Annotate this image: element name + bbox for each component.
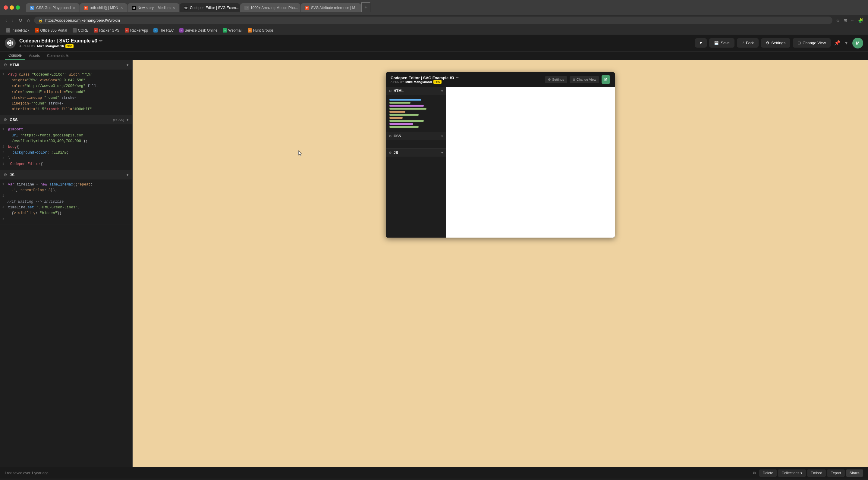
pin-button[interactable]: 📌 <box>833 39 841 47</box>
embed-settings-button[interactable]: ⚙ Settings <box>545 76 567 83</box>
code-lines-visualization <box>388 97 444 130</box>
collections-button[interactable]: Collections ▾ <box>778 470 806 477</box>
code-line: -1, repeatDelay: 3}); <box>0 187 132 193</box>
tab-close-nth-child[interactable]: ✕ <box>120 6 123 10</box>
assets-tab[interactable]: Assets <box>25 52 43 60</box>
address-bar[interactable]: 🔒 https://codepen.io/mikemang/pen/JWwbxm <box>34 16 832 24</box>
open-in-new-tab-icon[interactable]: ⧉ <box>753 471 755 476</box>
edit-title-icon[interactable]: ✏ <box>99 39 102 43</box>
css-code-area[interactable]: 1 @import url('https://fonts.googleapis.… <box>0 124 132 170</box>
embed-actions: ⚙ Settings ⊞ Change View M <box>545 75 610 84</box>
embed-css-panel-content <box>386 140 446 148</box>
bookmarks-bar: I InsideRack O Office 365 Portal C CORE … <box>0 26 868 35</box>
js-code-area[interactable]: 1 var timeline = new TimelineMax({repeat… <box>0 179 132 225</box>
tab-css-grid[interactable]: G CSS Grid Playground ✕ <box>26 3 80 12</box>
embed-edit-icon[interactable]: ✏ <box>456 76 458 80</box>
bookmark-racker-gps[interactable]: R Racker GPS <box>91 27 122 33</box>
delete-button[interactable]: Delete <box>759 470 777 477</box>
codepen-subtitle: A PEN BY Mike Mangialardi PRO <box>19 44 695 48</box>
tab-close-css-grid[interactable]: ✕ <box>73 6 75 10</box>
export-button[interactable]: Export <box>827 470 845 477</box>
minimize-window-button[interactable] <box>10 5 14 10</box>
bookmarks-button[interactable]: ☆ <box>835 17 841 24</box>
bookmark-service-desk[interactable]: S Service Desk Online <box>177 27 220 33</box>
tab-label-nth-child: :nth-child() | MDN <box>90 6 119 10</box>
embed-css-toggle[interactable]: ▾ <box>441 134 443 138</box>
save-button[interactable]: 💾 Save <box>709 38 735 47</box>
nav-arrows: ‹ › ↻ ⌂ <box>4 17 32 24</box>
refresh-button[interactable]: ↻ <box>17 17 24 24</box>
bookmark-rackerapp[interactable]: R RackerApp <box>122 27 150 33</box>
comments-tab[interactable]: Comments ⌘ <box>43 52 72 60</box>
collections-dropdown-icon[interactable]: ▾ <box>801 471 802 475</box>
console-tab[interactable]: Console <box>5 52 25 60</box>
code-bar <box>390 102 410 104</box>
code-line: /css?family=Lato:300,400,700,900'); <box>0 139 132 144</box>
embed-button[interactable]: Embed <box>807 470 826 477</box>
css-gear-icon[interactable]: ⚙ <box>4 117 7 122</box>
tab-motion[interactable]: P 1000+ Amazing Motion Pho… ✕ <box>240 3 301 12</box>
author-name[interactable]: Mike Mangialardi <box>37 44 64 48</box>
code-bar <box>390 120 424 122</box>
embed-change-view-button[interactable]: ⊞ Change View <box>569 76 599 83</box>
share-button[interactable]: Share <box>846 470 863 477</box>
user-avatar[interactable]: M <box>852 38 863 48</box>
tab-close-new-story[interactable]: ✕ <box>173 6 175 10</box>
css-panel-toggle[interactable]: ▾ <box>127 117 129 122</box>
bookmark-icon-core: C <box>73 28 77 33</box>
tab-favicon-css-grid: G <box>30 6 34 10</box>
tab-codepen[interactable]: Codepen Editor | SVG Exam… ✕ <box>180 3 240 12</box>
bookmark-core[interactable]: C CORE <box>70 27 91 33</box>
embed-html-panel-content <box>386 95 446 132</box>
js-gear-icon[interactable]: ⚙ <box>4 173 7 177</box>
codepen-app: Codepen Editor | SVG Example #3 ✏ A PEN … <box>0 35 868 479</box>
tab-svg-attr[interactable]: M SVG Attribute reference | M… ✕ <box>301 3 361 12</box>
embed-header: Codepen Editor | SVG Example #3 ✏ A PEN … <box>386 72 615 87</box>
forward-button[interactable]: › <box>10 17 15 24</box>
code-line: 1 <svg class="Codepen-Editor" width="75%… <box>0 72 132 78</box>
chevron-down-button[interactable]: ▾ <box>844 39 849 47</box>
tab-close-motion[interactable]: ✕ <box>300 6 301 10</box>
maximize-window-button[interactable] <box>16 5 20 10</box>
heart-button[interactable]: ♥ <box>695 38 707 47</box>
bookmark-label-rackerapp: RackerApp <box>130 28 148 33</box>
settings-button[interactable]: ⚙ Settings <box>761 38 790 47</box>
tab-nth-child[interactable]: M :nth-child() | MDN ✕ <box>80 3 127 12</box>
sidebar-toggle-button[interactable]: ⊞ <box>842 17 848 24</box>
tab-new-story[interactable]: M New story – Medium ✕ <box>127 3 179 12</box>
bookmark-insiderack[interactable]: I InsideRack <box>4 27 32 33</box>
code-line: {visibility: "hidden"}) <box>0 210 132 216</box>
code-line: stroke-linecap="round" stroke- <box>0 95 132 101</box>
tab-close-svg-attr[interactable]: ✕ <box>361 6 361 10</box>
change-view-button[interactable]: ⊞ Change View <box>793 38 831 47</box>
bookmark-webmail[interactable]: W Webmail <box>220 27 244 33</box>
heart-icon: ♥ <box>700 41 702 45</box>
more-options-button[interactable]: ··· <box>849 17 856 24</box>
html-panel-toggle[interactable]: ▾ <box>127 63 129 67</box>
html-gear-icon[interactable]: ⚙ <box>4 63 7 67</box>
fork-button[interactable]: ⑂ Fork <box>737 38 758 47</box>
embed-html-toggle[interactable]: ▾ <box>441 89 443 93</box>
embed-css-panel: ⚙ CSS ▾ <box>386 132 446 149</box>
code-line: 1 @import <box>0 127 132 133</box>
new-tab-button[interactable]: + <box>361 2 371 12</box>
html-code-area[interactable]: 1 <svg class="Codepen-Editor" width="75%… <box>0 70 132 115</box>
tab-label-motion: 1000+ Amazing Motion Pho… <box>250 6 299 10</box>
embed-js-toggle[interactable]: ▾ <box>441 151 443 155</box>
bookmark-hunt-groups[interactable]: H Hunt Groups <box>245 27 276 33</box>
tab-favicon-svg-attr: M <box>305 6 309 10</box>
bookmark-the-rec[interactable]: T The REC <box>151 27 176 33</box>
last-saved-text: Last saved over 1 year ago <box>5 471 748 475</box>
browser-chrome: G CSS Grid Playground ✕ M :nth-child() |… <box>0 0 868 35</box>
home-button[interactable]: ⌂ <box>25 17 32 24</box>
embed-js-panel-header: ⚙ JS ▾ <box>386 149 446 157</box>
embed-js-panel-title: JS <box>394 150 439 155</box>
embed-settings-label: Settings <box>552 78 564 81</box>
bookmark-office365[interactable]: O Office 365 Portal <box>32 27 69 33</box>
extensions-button[interactable]: 🧩 <box>857 17 864 24</box>
collections-label: Collections <box>781 471 799 475</box>
back-button[interactable]: ‹ <box>4 17 9 24</box>
nav-bar: ‹ › ↻ ⌂ 🔒 https://codepen.io/mikemang/pe… <box>0 15 868 26</box>
close-window-button[interactable] <box>4 5 8 10</box>
js-panel-toggle[interactable]: ▾ <box>127 173 129 177</box>
